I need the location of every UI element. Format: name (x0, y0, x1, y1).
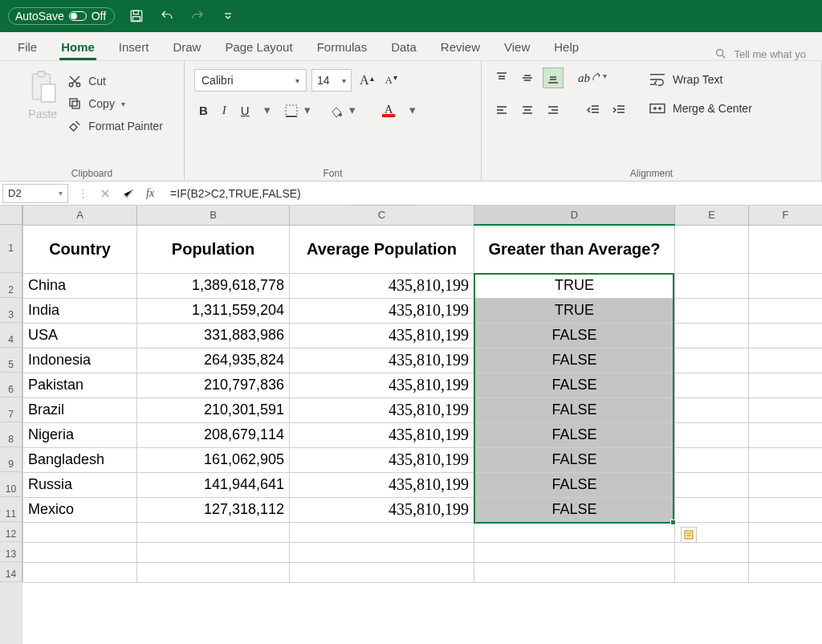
row-header[interactable]: 2 (0, 273, 22, 298)
font-color-button[interactable]: A ▾ (370, 103, 425, 117)
autosave-toggle[interactable]: AutoSave Off (8, 7, 115, 25)
cell[interactable]: 435,810,199 (290, 472, 474, 497)
cell[interactable]: 435,810,199 (290, 497, 474, 522)
align-left-button[interactable] (491, 100, 512, 120)
cell[interactable]: Population (137, 225, 290, 273)
undo-icon[interactable] (158, 7, 176, 25)
align-top-button[interactable] (491, 67, 512, 88)
cell[interactable]: Greater than Average? (474, 225, 675, 273)
cell[interactable]: Country (23, 225, 137, 273)
enter-check-icon[interactable] (122, 188, 135, 199)
align-center-button[interactable] (517, 100, 538, 120)
cell[interactable] (749, 373, 823, 397)
fx-icon[interactable]: fx (146, 187, 154, 200)
redo-icon[interactable] (189, 7, 206, 25)
cell[interactable]: FALSE (474, 422, 675, 447)
tab-file[interactable]: File (16, 34, 39, 60)
cell[interactable] (675, 373, 749, 397)
cell[interactable]: China (23, 273, 137, 298)
wrap-text-button[interactable]: Wrap Text (649, 72, 752, 87)
row-header[interactable]: 11 (0, 497, 22, 522)
cell[interactable] (290, 522, 474, 542)
qat-customize-icon[interactable] (219, 7, 237, 25)
cell[interactable] (675, 422, 749, 447)
cell[interactable] (749, 542, 823, 562)
copy-dropdown-icon[interactable]: ▾ (121, 100, 125, 108)
cell[interactable] (675, 447, 749, 472)
autofill-options-button[interactable] (681, 527, 697, 543)
cell[interactable]: 264,935,824 (137, 348, 290, 373)
cell[interactable] (675, 542, 749, 562)
cell[interactable] (675, 397, 749, 422)
underline-button[interactable]: U (236, 104, 254, 117)
format-painter-button[interactable]: Format Painter (67, 119, 163, 133)
row-header[interactable]: 10 (0, 472, 22, 497)
cell[interactable]: FALSE (474, 497, 675, 522)
cell[interactable]: Average Population (290, 225, 474, 273)
cell[interactable] (749, 273, 823, 298)
row-header[interactable]: 14 (0, 562, 22, 582)
increase-font-icon[interactable]: A▴ (356, 73, 377, 88)
row-header[interactable]: 9 (0, 447, 22, 472)
cell[interactable]: FALSE (474, 348, 675, 373)
row-header[interactable]: 3 (0, 298, 22, 323)
cell[interactable]: India (23, 298, 137, 323)
cell[interactable]: Brazil (23, 397, 137, 422)
cell[interactable]: Nigeria (23, 422, 137, 447)
cell[interactable] (23, 522, 137, 542)
cell[interactable] (749, 397, 823, 422)
cell[interactable]: 435,810,199 (290, 323, 474, 348)
row-header[interactable]: 8 (0, 422, 22, 447)
cut-button[interactable]: Cut (67, 74, 163, 88)
fill-color-button[interactable]: ▾ (325, 103, 365, 117)
cell[interactable] (137, 522, 290, 542)
cell[interactable] (290, 562, 474, 582)
cell[interactable]: 435,810,199 (290, 422, 474, 447)
align-bottom-button[interactable] (543, 67, 564, 88)
cell[interactable]: Indonesia (23, 348, 137, 373)
align-middle-button[interactable] (517, 67, 538, 88)
cell[interactable] (675, 225, 749, 273)
col-header[interactable]: C (290, 206, 474, 225)
font-name-combo[interactable]: Calibri▾ (194, 69, 307, 92)
cell[interactable]: FALSE (474, 397, 675, 422)
cell[interactable] (749, 225, 823, 273)
col-header[interactable]: E (675, 206, 749, 225)
cancel-icon[interactable] (100, 188, 111, 199)
tab-insert[interactable]: Insert (117, 34, 151, 60)
cell[interactable] (675, 273, 749, 298)
cell[interactable]: USA (23, 323, 137, 348)
cell[interactable] (749, 522, 823, 542)
cell[interactable] (474, 562, 675, 582)
cell[interactable] (675, 472, 749, 497)
col-header[interactable]: B (137, 206, 290, 225)
cell[interactable] (675, 348, 749, 373)
cell[interactable]: 435,810,199 (290, 447, 474, 472)
cell[interactable] (675, 298, 749, 323)
row-header[interactable]: 12 (0, 522, 22, 542)
cell[interactable] (23, 542, 137, 562)
increase-indent-button[interactable] (608, 100, 629, 120)
cell[interactable] (749, 422, 823, 447)
tab-draw[interactable]: Draw (171, 34, 202, 60)
copy-button[interactable]: Copy ▾ (67, 96, 163, 111)
tab-data[interactable]: Data (389, 34, 418, 60)
row-header[interactable]: 6 (0, 373, 22, 397)
select-all-corner[interactable] (0, 206, 22, 225)
bold-button[interactable]: B (194, 104, 213, 117)
cell[interactable]: Russia (23, 472, 137, 497)
col-header[interactable]: F (749, 206, 823, 225)
cell[interactable]: 1,389,618,778 (137, 273, 290, 298)
save-icon[interactable] (128, 7, 145, 25)
cell[interactable] (137, 562, 290, 582)
tab-view[interactable]: View (503, 34, 531, 60)
tab-home[interactable]: Home (59, 34, 96, 60)
row-header[interactable]: 13 (0, 542, 22, 562)
cell[interactable]: 141,944,641 (137, 472, 290, 497)
col-header[interactable]: A (23, 206, 137, 225)
merge-center-button[interactable]: Merge & Center (649, 101, 752, 116)
cell[interactable]: FALSE (474, 373, 675, 397)
name-box[interactable]: D2 ▾ (2, 184, 68, 203)
orientation-button[interactable]: ab ▾ (578, 71, 607, 85)
cell[interactable] (749, 348, 823, 373)
